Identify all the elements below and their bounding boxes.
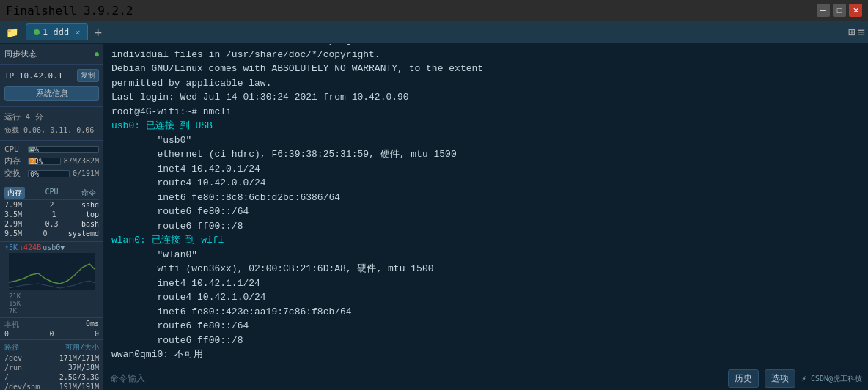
proc-cpu: 0 bbox=[43, 229, 47, 238]
sysinfo-button[interactable]: 系统信息 bbox=[4, 86, 99, 101]
proc-cpu: 0.3 bbox=[45, 220, 58, 228]
terminal-line: route4 10.42.0.0/24 bbox=[111, 176, 861, 191]
net-section: ↑5K ↓424B usb0▼ 21K 15K 7K bbox=[0, 242, 103, 318]
swap-bar: 0% bbox=[28, 170, 70, 177]
terminal-line: Debian GNU/Linux comes with ABSOLUTELY N… bbox=[111, 62, 861, 76]
net-interface[interactable]: usb0▼ bbox=[43, 243, 65, 251]
cpu-label: CPU bbox=[4, 144, 25, 154]
disk-path: / bbox=[4, 373, 9, 381]
mem-pct-text: 23% bbox=[30, 158, 43, 166]
terminal-line: inet6 fe80::8c8:6cb:d2bc:6386/64 bbox=[111, 191, 861, 205]
proc-name: top bbox=[86, 210, 99, 218]
terminal-line: route6 fe80::/64 bbox=[111, 319, 861, 334]
list-view-icon[interactable]: ≡ bbox=[858, 25, 865, 39]
terminal-line: route6 fe80::/64 bbox=[111, 205, 861, 219]
resource-section: CPU 4% 内存 23% 87M/382M 交换 0% bbox=[0, 141, 103, 183]
disk-header-size: 可用/大小 bbox=[65, 342, 99, 353]
terminal-line: "usb0" bbox=[111, 133, 861, 148]
terminal-line: Last login: Wed Jul 14 01:30:24 2021 fro… bbox=[111, 90, 861, 105]
proc-cpu: 2 bbox=[49, 201, 54, 209]
grid-view-icon[interactable]: ⊞ bbox=[848, 25, 856, 39]
net-down: ↓424B bbox=[19, 243, 41, 251]
swap-label: 交换 bbox=[4, 168, 25, 179]
terminal-line: inet4 10.42.1.1/24 bbox=[111, 276, 861, 291]
proc-mem: 9.5M bbox=[4, 229, 22, 238]
ip-row: IP 10.42.0.1 复制 bbox=[4, 67, 99, 84]
terminal-line: ethernet (ci_hdrc), F6:39:38:25:31:59, 硬… bbox=[111, 147, 861, 162]
mem-row: 内存 23% 87M/382M bbox=[4, 155, 99, 167]
watermark: CSDN@虎工科技 bbox=[811, 374, 862, 384]
copy-ip-button[interactable]: 复制 bbox=[77, 69, 99, 82]
swap-row: 交换 0% 0/191M bbox=[4, 167, 99, 180]
proc-tab-cpu[interactable]: CPU bbox=[42, 187, 61, 199]
app-title: Finalshell 3.9.2.2 bbox=[6, 4, 133, 18]
tab-ddd[interactable]: 1 ddd ✕ bbox=[26, 23, 88, 40]
proc-tab-cmd[interactable]: 命令 bbox=[78, 187, 99, 199]
close-button[interactable]: ✕ bbox=[849, 4, 862, 17]
folder-icon: 📁 bbox=[3, 23, 21, 41]
cpu-bar: 4% bbox=[28, 146, 99, 153]
history-button[interactable]: 历史 bbox=[728, 369, 759, 388]
main-content: 同步状态 ● IP 10.42.0.1 复制 系统信息 运行 4 分 负载 0.… bbox=[0, 44, 868, 390]
disk-section: 路径 可用/大小 /dev 171M/171M /run 37M/38M / 2… bbox=[0, 340, 103, 390]
terminal-line: wlan0: 已连接 到 wifi bbox=[111, 233, 861, 248]
runtime-row: 运行 4 分 bbox=[4, 110, 99, 124]
proc-cpu: 1 bbox=[52, 210, 56, 218]
minimize-button[interactable]: ─ bbox=[817, 4, 830, 17]
proc-name: bash bbox=[81, 220, 99, 228]
terminal-line: wifi (wcn36xx), 02:00:CB:21:6D:A8, 硬件, m… bbox=[111, 262, 861, 276]
disk-path: /run bbox=[4, 364, 22, 372]
sync-dot: ● bbox=[95, 50, 99, 58]
chart-labels: 21K 15K 7K bbox=[4, 291, 99, 316]
command-input[interactable] bbox=[151, 373, 722, 384]
proc-mem: 3.5M bbox=[4, 210, 22, 218]
disk-path: /dev bbox=[4, 354, 22, 362]
process-table-header: 内存 CPU 命令 bbox=[4, 186, 99, 200]
add-tab-button[interactable]: + bbox=[88, 23, 108, 41]
disk-list: /dev 171M/171M /run 37M/38M / 2.5G/3.3G … bbox=[4, 353, 99, 390]
terminal-line: inet6 fe80::423e:aa19:7c86:f8cb/64 bbox=[111, 305, 861, 320]
sync-label: 同步状态 bbox=[4, 48, 37, 59]
terminal-line: permitted by applicable law. bbox=[111, 76, 861, 91]
disk-header: 路径 可用/大小 bbox=[4, 342, 99, 353]
terminal: the exact distribution terms for each pr… bbox=[104, 44, 868, 390]
option-button[interactable]: 选项 bbox=[765, 369, 795, 388]
mem-used: 87M/382M bbox=[64, 157, 99, 165]
ping-row: 本机 0ms bbox=[4, 320, 99, 330]
swap-pct-text: 0% bbox=[30, 171, 39, 178]
proc-mem: 7.9M bbox=[4, 201, 22, 209]
runtime-section: 运行 4 分 负载 0.06, 0.11, 0.06 bbox=[0, 107, 103, 141]
disk-size: 37M/38M bbox=[68, 364, 99, 372]
maximize-button[interactable]: □ bbox=[833, 4, 846, 17]
proc-tab-mem[interactable]: 内存 bbox=[4, 187, 25, 199]
disk-size: 2.5G/3.3G bbox=[59, 373, 99, 381]
process-row: 3.5M 1 top bbox=[4, 210, 99, 219]
ping-val1: 0 bbox=[4, 330, 9, 338]
terminal-input-bar: 命令输入 历史 选项 ⚡ CSDN@虎工科技 bbox=[104, 367, 868, 390]
net-row: ↑5K ↓424B usb0▼ bbox=[4, 243, 99, 251]
swap-used: 0/191M bbox=[73, 169, 99, 177]
proc-name: systemd bbox=[68, 229, 99, 238]
disk-size: 171M/171M bbox=[59, 354, 99, 362]
network-chart bbox=[9, 253, 95, 290]
input-placeholder-label: 命令输入 bbox=[110, 372, 145, 385]
terminal-output[interactable]: the exact distribution terms for each pr… bbox=[104, 44, 868, 367]
ping-ms: 0ms bbox=[86, 320, 99, 330]
bottom-icons: ⚡ CSDN@虎工科技 bbox=[801, 374, 862, 384]
load-row: 负载 0.06, 0.11, 0.06 bbox=[4, 124, 99, 137]
titlebar-controls: ─ □ ✕ bbox=[817, 4, 862, 17]
cpu-row: CPU 4% bbox=[4, 144, 99, 155]
ping-val3: 0 bbox=[95, 330, 99, 338]
terminal-line: individual files in /usr/share/doc/*/cop… bbox=[111, 48, 861, 62]
ping-val2: 0 bbox=[49, 330, 54, 338]
chart-mid2-label: 7K bbox=[9, 307, 95, 314]
terminal-line: route6 ff00::/8 bbox=[111, 219, 861, 234]
flash-icon: ⚡ bbox=[801, 374, 806, 383]
chart-mid1-label: 15K bbox=[9, 300, 95, 307]
titlebar-left: Finalshell 3.9.2.2 bbox=[6, 4, 133, 18]
ping-label: 本机 bbox=[4, 320, 19, 330]
disk-row: /dev/shm 191M/191M bbox=[4, 382, 99, 390]
tab-close-icon[interactable]: ✕ bbox=[75, 27, 80, 37]
process-section: 内存 CPU 命令 7.9M 2 sshd 3.5M 1 top 2.9M 0.… bbox=[0, 183, 103, 242]
disk-path: /dev/shm bbox=[4, 383, 40, 390]
